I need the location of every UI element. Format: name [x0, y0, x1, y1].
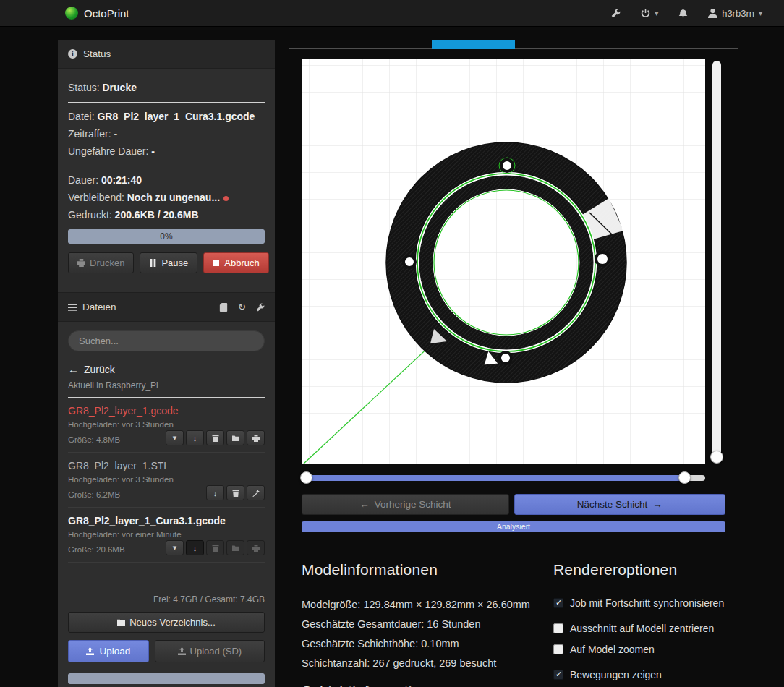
wrench-icon[interactable] [256, 303, 265, 312]
new-folder-button[interactable]: Neues Verzeichnis... [68, 612, 265, 633]
file-load-button[interactable] [226, 430, 244, 445]
model-layer-count: Schichtanzahl: 267 gedruckt, 269 besucht [302, 656, 543, 671]
bolt-hole [596, 252, 609, 265]
file-delete-button[interactable] [206, 540, 224, 555]
file-size: Größe: 4.8MB [68, 435, 120, 445]
status-duration-value: 00:21:40 [101, 174, 142, 186]
model-size: Modelgröße: 129.84mm × 129.82mm × 26.60m… [302, 597, 543, 613]
gcode-viewer-canvas[interactable] [302, 59, 705, 464]
file-actions: ↓ [206, 485, 265, 500]
status-approx-value: - [151, 145, 155, 157]
file-expand-button[interactable]: ▾ [166, 540, 184, 555]
model-info-section: Modelinformationen Modelgröße: 129.84mm … [302, 561, 543, 687]
file-print-button[interactable] [247, 430, 265, 445]
trash-icon [232, 490, 239, 497]
status-duration-label: Dauer: [68, 174, 98, 186]
checkbox[interactable] [553, 670, 563, 680]
upload-button[interactable]: Upload [68, 640, 149, 662]
chevron-down-icon: ▾ [173, 433, 177, 443]
bolt-hole [501, 160, 513, 171]
navbar: OctoPrint ▾ h3rb3rn ▾ [0, 0, 784, 27]
status-remaining-label: Verbleibend: [68, 192, 124, 203]
files-panel-body: ← Zurück Aktuell in Raspberry_Pi GR8_Pl2… [58, 322, 275, 687]
status-panel-body: Status: Drucke Datei: GR8_Pl2_layer_1_Cu… [58, 69, 275, 285]
power-menu[interactable]: ▾ [641, 9, 658, 18]
refresh-icon[interactable]: ↻ [238, 302, 246, 312]
file-delete-button[interactable] [206, 430, 224, 445]
estimate-quality-dot [223, 196, 229, 201]
back-arrow-icon: ← [68, 363, 79, 375]
layer-slider[interactable] [712, 61, 721, 460]
file-name[interactable]: GR8_Pl2_layer_1.gcode [68, 405, 265, 417]
file-delete-button[interactable] [226, 485, 244, 500]
file-name[interactable]: GR8_Pl2_layer_1_Cura3.1.gcode [68, 515, 265, 526]
main-content: ← Vorherige Schicht Nächste Schicht → An… [289, 40, 738, 687]
file-entry: GR8_Pl2_layer_1_Cura3.1.gcode Hochgelade… [68, 508, 265, 563]
file-slice-button[interactable] [247, 485, 265, 500]
upload-sd-button[interactable]: Upload (SD) [155, 640, 265, 662]
print-button[interactable]: Drucken [68, 252, 134, 273]
file-name[interactable]: GR8_Pl2_layer_1.STL [68, 460, 265, 471]
trash-icon [212, 435, 219, 442]
folder-icon [232, 545, 239, 552]
folder-icon [232, 435, 239, 442]
printer-icon [252, 435, 260, 442]
search-input[interactable] [68, 330, 265, 351]
file-download-button[interactable]: ↓ [186, 540, 204, 555]
wrench-icon [611, 9, 621, 18]
trash-icon [212, 545, 219, 552]
free-space-text: Frei: 4.7GB / Gesamt: 7.4GB [68, 594, 265, 605]
username: h3rb3rn [722, 8, 754, 19]
back-link[interactable]: ← Zurück [68, 363, 265, 375]
file-expand-button[interactable]: ▾ [166, 430, 184, 445]
pause-button[interactable]: Pause [140, 252, 197, 273]
next-layer-button[interactable]: Nächste Schicht → [514, 494, 725, 515]
brand-link[interactable]: OctoPrint [65, 7, 129, 20]
slider-handle-end[interactable] [678, 471, 691, 484]
chevron-down-icon: ▾ [173, 543, 177, 552]
status-panel-header[interactable]: i Status [58, 40, 275, 69]
bolt-hole [404, 256, 415, 268]
info-icon: i [68, 49, 77, 59]
status-timelapse-label: Zeitraffer: [68, 128, 111, 140]
file-print-button[interactable] [247, 540, 265, 555]
file-download-button[interactable]: ↓ [206, 485, 224, 500]
file-download-button[interactable]: ↓ [186, 430, 204, 445]
divider [68, 102, 265, 103]
previous-layer-button[interactable]: ← Vorherige Schicht [302, 494, 509, 515]
slider-range[interactable] [302, 475, 685, 481]
command-range-slider[interactable] [302, 471, 705, 485]
layer-slider-handle[interactable] [710, 451, 723, 464]
tab-bar [289, 40, 738, 49]
notifications-button[interactable] [678, 9, 688, 18]
checkbox[interactable] [553, 644, 563, 654]
breadcrumb: Aktuell in Raspberry_Pi [68, 380, 265, 398]
power-icon [641, 9, 650, 18]
settings-button[interactable] [611, 9, 621, 18]
back-arrow-icon: ← [359, 499, 370, 510]
bell-icon [678, 9, 688, 18]
file-size: Größe: 20.6MB [68, 545, 125, 555]
divider [68, 166, 265, 166]
list-icon [68, 303, 77, 312]
files-panel-header[interactable]: Dateien ↻ [58, 292, 275, 322]
magic-wand-icon [252, 490, 260, 497]
octoprint-logo-icon [65, 7, 78, 20]
cancel-button[interactable]: Abbruch [203, 252, 268, 273]
stop-icon [213, 260, 220, 267]
printer-icon [252, 545, 260, 552]
option-sync-progress: Job mit Fortschritt synchronisieren [553, 597, 725, 609]
slider-handle-start[interactable] [300, 471, 312, 484]
option-zoom-model: Auf Model zoomen [553, 644, 725, 655]
sd-card-icon[interactable] [219, 303, 228, 312]
pause-icon [149, 259, 157, 267]
user-menu[interactable]: h3rb3rn ▾ [708, 8, 762, 19]
checkbox[interactable] [553, 623, 563, 633]
checkbox[interactable] [553, 598, 563, 608]
active-tab-indicator[interactable] [432, 40, 515, 49]
download-icon: ↓ [193, 544, 197, 552]
file-entry: GR8_Pl2_layer_1.gcode Hochgeladen: vor 3… [68, 398, 265, 453]
file-load-button[interactable] [226, 540, 244, 555]
status-timelapse-value: - [114, 128, 118, 140]
file-size: Größe: 6.2MB [68, 490, 120, 500]
